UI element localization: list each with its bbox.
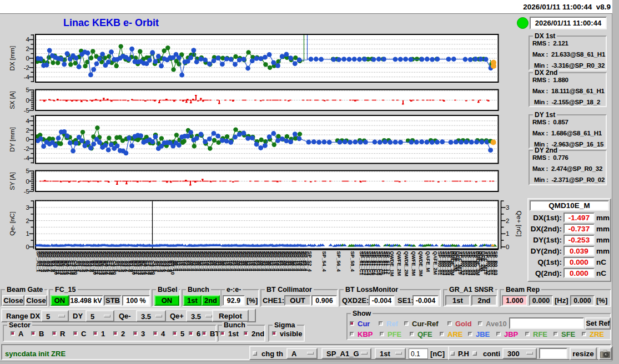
svg-text:QWDE_1M: QWDE_1M [389,251,395,277]
svg-text:5: 5 [26,168,29,174]
svg-text:0: 0 [26,178,29,185]
svg-text:3: 3 [26,204,29,211]
svg-text:QWDE_2M: QWDE_2M [404,251,409,277]
svg-text:SP_52_4: SP_52_4 [307,251,313,272]
svg-text:2: 2 [26,46,29,52]
svg-text:4: 4 [26,36,30,43]
svg-text:DX [mm]: DX [mm] [9,46,16,71]
svg-text:1: 1 [26,230,29,237]
svg-text:QWFE_3M: QWFE_3M [411,251,416,276]
svg-text:3: 3 [506,204,509,211]
svg-text:4: 4 [26,118,30,124]
svg-text:SP_R0_03: SP_R0_03 [493,251,499,276]
svg-text:-5: -5 [24,188,29,195]
svg-text:-4: -4 [24,155,30,161]
svg-text:-2: -2 [24,145,29,152]
svg-text:SY [A]: SY [A] [9,172,16,190]
svg-text:-2: -2 [24,64,29,71]
svg-text:SX [A]: SX [A] [9,91,16,109]
svg-text:Qe+ [nC]: Qe+ [nC] [516,211,522,236]
svg-text:2: 2 [26,218,29,224]
svg-text:0: 0 [26,244,29,250]
svg-text:-5: -5 [24,107,29,114]
svg-text:Qe- [nC]: Qe- [nC] [9,211,16,235]
svg-text:0: 0 [26,55,29,62]
svg-text:SP_54_4: SP_54_4 [321,251,327,272]
svg-text:SP_56_4: SP_56_4 [336,251,341,272]
svg-text:5: 5 [26,87,29,93]
svg-text:-4: -4 [24,74,30,80]
svg-text:QAFE_M: QAFE_M [425,251,431,272]
svg-text:SP_58_4: SP_58_4 [350,251,355,272]
svg-text:0: 0 [506,244,509,250]
svg-text:2: 2 [26,127,29,134]
svg-text:1: 1 [506,230,509,237]
svg-text:QWDE_3M: QWDE_3M [418,251,424,277]
svg-text:QWFE_2M: QWFE_2M [396,251,402,276]
svg-text:2: 2 [506,218,509,224]
svg-text:DY [mm]: DY [mm] [9,127,16,152]
svg-text:0: 0 [26,136,29,143]
svg-text:0: 0 [26,97,29,104]
